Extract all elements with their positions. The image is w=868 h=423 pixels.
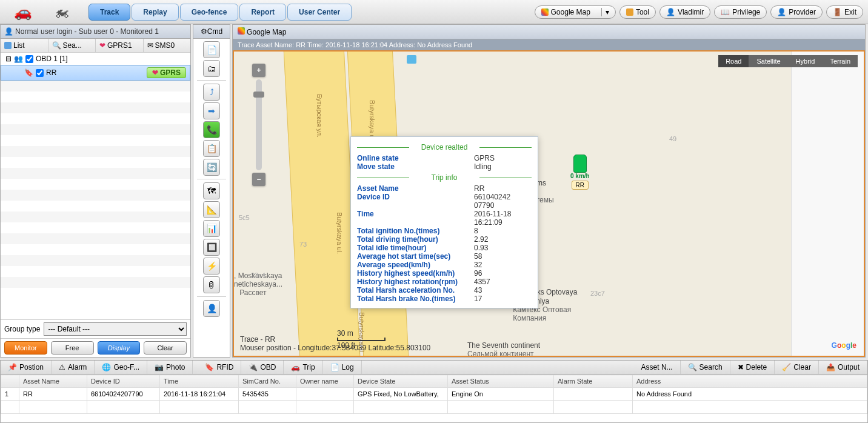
google-map-dropdown[interactable]: Google Map▾	[535, 5, 616, 19]
cmd-icon-refresh[interactable]: 🔄	[203, 159, 220, 176]
cmd-icon-c[interactable]: 📊	[203, 220, 220, 237]
rfid-tab[interactable]: 🔖RFID	[198, 361, 241, 374]
display-button[interactable]: Display	[98, 341, 141, 355]
tree-child-node[interactable]: 🔖 RR ❤ GPRS	[1, 65, 190, 81]
cmd-separator	[197, 179, 226, 179]
col-device[interactable]: Device ID	[87, 375, 160, 388]
delete-button[interactable]: ✖Delete	[730, 361, 775, 374]
cmd-icon-doc[interactable]: 📋	[203, 140, 220, 157]
cell-sim: 5435435	[239, 388, 296, 401]
col-address[interactable]: Address	[633, 375, 867, 388]
cmd-icon-b[interactable]: 📐	[203, 201, 220, 218]
cmd-icon-d[interactable]: 🔲	[203, 239, 220, 256]
tree-root-node[interactable]: ⊟ 👥 OBD 1 [1]	[1, 53, 190, 65]
sms-icon: ✉	[147, 41, 153, 50]
tree-blank-row	[1, 102, 190, 113]
log-tab[interactable]: 📄Log	[323, 361, 362, 374]
device-id-value: 661040242	[474, 193, 532, 201]
online-state-label: Online state	[357, 154, 474, 162]
satellite-type-button[interactable]: Satellite	[749, 55, 788, 67]
clear-button[interactable]: 🧹Clear	[775, 361, 819, 374]
cmd-icon-a[interactable]: 🗺	[203, 182, 220, 199]
root-checkbox[interactable]	[25, 55, 33, 63]
col-num[interactable]	[1, 375, 19, 388]
cmd-icon-right[interactable]: ➡	[203, 102, 220, 119]
road-type-button[interactable]: Road	[718, 55, 749, 67]
tool-button[interactable]: Tool	[619, 5, 656, 19]
photo-tab[interactable]: 📷Photo	[147, 361, 193, 374]
terrain-type-button[interactable]: Terrain	[823, 55, 858, 67]
vehicle-icon	[573, 155, 587, 173]
search-button[interactable]: 🔍Search	[681, 361, 730, 374]
output-button[interactable]: 📤Output	[819, 361, 867, 374]
col-status[interactable]: Asset Status	[448, 375, 554, 388]
vehicle-marker[interactable]: 0 km/h RR	[570, 155, 590, 190]
hybrid-type-button[interactable]: Hybrid	[789, 55, 823, 67]
child-checkbox[interactable]	[36, 69, 44, 77]
col-sim[interactable]: SimCard No.	[239, 375, 296, 388]
col-state[interactable]: Device State	[354, 375, 448, 388]
privilege-button[interactable]: 📖Privilege	[714, 5, 767, 19]
clear-button[interactable]: Clear	[144, 341, 187, 355]
bus-stop-icon	[407, 55, 416, 64]
cmd-icon-2[interactable]: 🗂	[203, 60, 220, 77]
map-area[interactable]: Road Satellite Hybrid Terrain + − Бутырс…	[233, 50, 865, 357]
zoom-slider[interactable]	[256, 79, 262, 170]
col-time[interactable]: Time	[160, 375, 239, 388]
table-row[interactable]: 1 RR 66104024207790 2016-11-18 16:21:04 …	[1, 388, 867, 401]
tab-report[interactable]: Report	[239, 4, 286, 21]
list-icon	[4, 42, 12, 49]
provider-button[interactable]: 👤Provider	[770, 5, 823, 19]
tree-blank-row	[1, 135, 190, 146]
google-logo: Google	[832, 338, 856, 351]
asset-name-label: Asset Name	[357, 184, 474, 193]
list-tab[interactable]: List	[1, 39, 48, 52]
zoom-thumb[interactable]	[253, 92, 264, 98]
warning-icon: ⚠	[59, 363, 65, 371]
tree-root-label: OBD 1 [1]	[36, 55, 68, 63]
tab-geofence[interactable]: Geo-fence	[180, 4, 239, 21]
cmd-icon-call[interactable]: 📞	[203, 121, 220, 138]
group-type-select[interactable]: --- Default ---	[44, 322, 187, 336]
harsh-accel-value: 43	[474, 286, 532, 295]
cmd-icon-g[interactable]: 👤	[203, 300, 220, 317]
alarm-tab[interactable]: ⚠Alarm	[52, 361, 95, 374]
collapse-icon[interactable]: ⊟	[5, 55, 12, 63]
cell-device: 66104024207790	[87, 388, 160, 401]
col-alarm[interactable]: Alarm State	[554, 375, 633, 388]
search-tab[interactable]: 🔍Sea...	[48, 39, 96, 52]
monitor-button[interactable]: Monitor	[4, 341, 47, 355]
trip-tab[interactable]: 🚗Trip	[284, 361, 322, 374]
assetname-filter[interactable]: Asset N...	[634, 361, 681, 374]
free-button[interactable]: Free	[51, 341, 94, 355]
cmd-icon-1[interactable]: 📄	[203, 41, 220, 58]
tool-icon	[626, 8, 633, 16]
position-tab[interactable]: 📌Postion	[1, 361, 52, 374]
zoom-in-button[interactable]: +	[252, 64, 265, 77]
gprs-tab[interactable]: ❤GPRS1	[96, 39, 144, 52]
geofence-tab[interactable]: 🌐Geo-F...	[95, 361, 147, 374]
cmd-icon-e[interactable]: ⚡	[203, 258, 220, 275]
sms-tab[interactable]: ✉SMS0	[144, 39, 191, 52]
map-side-block	[791, 52, 864, 356]
time-value: 2016-11-18	[474, 210, 532, 218]
zoom-out-button[interactable]: −	[252, 173, 265, 186]
tree-blank-row	[1, 212, 190, 222]
tab-track[interactable]: Track	[88, 4, 130, 21]
tab-usercenter[interactable]: User Center	[287, 4, 352, 21]
cmd-icon-up[interactable]: ⤴	[203, 84, 220, 101]
col-owner[interactable]: Owner name	[296, 375, 354, 388]
gprs-badge: ❤ GPRS	[147, 67, 186, 78]
logo-bike-icon: 🏍	[44, 3, 80, 21]
delete-icon: ✖	[738, 363, 744, 371]
exit-button[interactable]: 🚪Exit	[826, 5, 863, 19]
action-button-row: Monitor Free Display Clear	[1, 338, 190, 357]
cmd-icon-f[interactable]: 🛢	[203, 276, 220, 293]
obd-tab[interactable]: 🔌OBD	[241, 361, 284, 374]
driving-time-label: Total driving time(hour)	[357, 235, 474, 244]
tree-blank-row	[1, 179, 190, 190]
col-asset[interactable]: Asset Name	[19, 375, 87, 388]
user-button[interactable]: 👤Vladimir	[659, 5, 710, 19]
tab-replay[interactable]: Replay	[132, 4, 178, 21]
poi-23c7: 23c7	[590, 290, 605, 297]
